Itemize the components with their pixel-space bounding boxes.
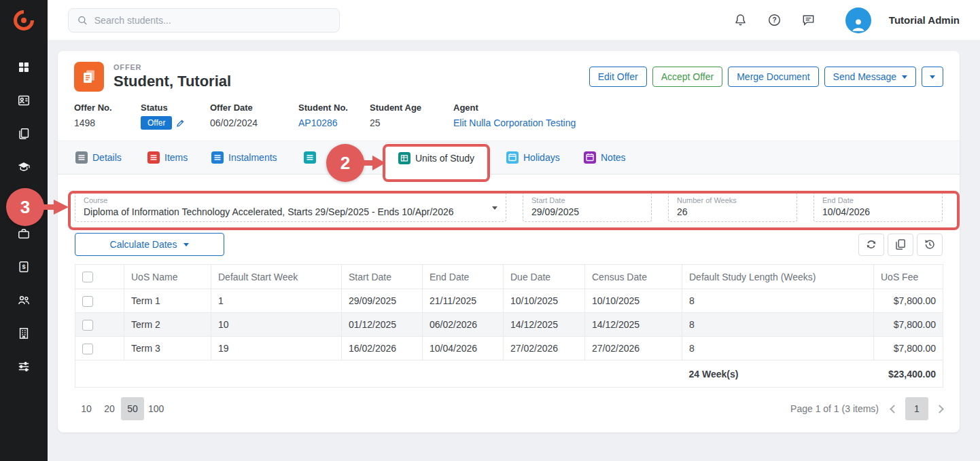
- prev-page-icon[interactable]: [890, 405, 898, 413]
- page-summary: Page 1 of 1 (3 items): [790, 403, 879, 414]
- edit-offer-button[interactable]: Edit Offer: [589, 67, 647, 87]
- offer-titles: OFFER Student, Tutorial: [113, 63, 231, 90]
- cell: Term 1: [124, 289, 211, 313]
- cell: 8: [682, 313, 874, 337]
- course-select[interactable]: Course Diploma of Information Technology…: [75, 192, 506, 222]
- bell-icon: [733, 13, 748, 27]
- cell: 27/02/2026: [585, 337, 682, 361]
- end-date-field[interactable]: End Date 10/04/2026: [813, 192, 943, 222]
- offer-actions: Edit Offer Accept Offer Merge Document S…: [589, 67, 943, 87]
- accept-offer-button[interactable]: Accept Offer: [652, 67, 723, 87]
- briefcase-icon: [17, 227, 31, 240]
- sliders-icon: [17, 360, 31, 373]
- search-box[interactable]: [68, 8, 340, 33]
- table-row[interactable]: Term 1 1 29/09/2025 21/11/2025 10/10/202…: [75, 289, 943, 313]
- start-date-field[interactable]: Start Date 29/09/2025: [523, 192, 652, 222]
- student-no-link[interactable]: AP10286: [298, 117, 370, 128]
- edit-status-icon[interactable]: [176, 119, 185, 128]
- sidebar-item-agents[interactable]: [16, 293, 31, 308]
- chevron-down-icon: [492, 206, 497, 210]
- invoice-icon: $: [17, 260, 31, 274]
- status-badge: Offer: [141, 116, 172, 130]
- tab-holidays[interactable]: Holidays: [506, 141, 565, 174]
- sidebar-item-education[interactable]: [16, 160, 31, 174]
- col-header: End Date: [423, 265, 504, 289]
- notes-icon: [584, 151, 596, 164]
- cell: $7,800.00: [874, 289, 943, 313]
- tab-units-of-study[interactable]: Units of Study: [385, 142, 487, 174]
- sidebar-nav: $: [0, 41, 48, 374]
- number-of-weeks-field[interactable]: Number of Weeks 26: [668, 192, 797, 222]
- dashboard-icon: [17, 60, 31, 74]
- sidebar-item-finance[interactable]: $: [16, 259, 31, 274]
- app-logo[interactable]: [0, 0, 48, 41]
- sidebar-item-contacts[interactable]: [16, 93, 31, 108]
- total-weeks: 24 Week(s): [682, 361, 874, 388]
- user-avatar[interactable]: [845, 7, 871, 33]
- refresh-button[interactable]: [858, 234, 884, 256]
- tab-instalments[interactable]: Instalments: [211, 141, 285, 174]
- topbar: ? Tutorial Admin: [48, 0, 980, 41]
- svg-text:?: ?: [773, 16, 777, 24]
- tab-hidden[interactable]: [304, 141, 366, 174]
- cell: 10/10/2025: [504, 289, 585, 313]
- notifications-button[interactable]: [733, 12, 749, 29]
- row-checkbox[interactable]: [82, 296, 93, 307]
- tab-items[interactable]: Items: [147, 141, 192, 174]
- search-icon: [77, 14, 88, 26]
- col-header: UoS Name: [124, 265, 211, 289]
- search-input[interactable]: [94, 15, 331, 26]
- page-1-button[interactable]: 1: [905, 397, 928, 420]
- calculate-dates-button[interactable]: Calculate Dates: [75, 233, 224, 256]
- table-row[interactable]: Term 2 10 01/12/2025 06/02/2026 14/12/20…: [75, 313, 943, 337]
- row-checkbox[interactable]: [82, 320, 93, 331]
- tab-details[interactable]: Details: [75, 141, 128, 174]
- table-row[interactable]: Term 3 19 16/02/2026 10/04/2026 27/02/20…: [75, 337, 943, 361]
- sidebar-item-settings[interactable]: [16, 359, 31, 374]
- items-icon: [147, 151, 160, 164]
- select-all-checkbox[interactable]: [82, 272, 93, 282]
- page-size-20[interactable]: 20: [98, 397, 121, 420]
- sidebar-item-book[interactable]: [16, 193, 31, 208]
- svg-text:$: $: [22, 263, 25, 270]
- graduation-cap-icon: [17, 160, 31, 174]
- cell: Term 3: [124, 337, 211, 361]
- row-checkbox[interactable]: [82, 344, 93, 354]
- agent-link[interactable]: Elit Nulla Corporation Testing: [453, 117, 576, 128]
- history-button[interactable]: [917, 234, 943, 256]
- chevron-down-icon: [902, 75, 907, 79]
- cell: 19: [211, 337, 342, 361]
- sidebar-item-documents[interactable]: [16, 126, 31, 141]
- cell: Term 2: [124, 313, 211, 337]
- col-header: Census Date: [585, 265, 682, 289]
- more-actions-button[interactable]: [922, 67, 943, 87]
- cell: 01/12/2025: [342, 313, 423, 337]
- copy-button[interactable]: [888, 234, 913, 256]
- next-page-icon[interactable]: [935, 405, 944, 413]
- help-button[interactable]: ?: [767, 12, 783, 29]
- cell: 14/12/2025: [504, 313, 585, 337]
- documents-icon: [17, 127, 31, 141]
- info-offer-no: Offer No. 1498: [74, 103, 141, 130]
- topbar-right: ? Tutorial Admin: [733, 7, 960, 33]
- book-icon: [17, 193, 31, 207]
- sidebar-item-dashboard[interactable]: [16, 60, 31, 75]
- page-size-10[interactable]: 10: [75, 397, 98, 420]
- cell: 27/02/2026: [504, 337, 585, 361]
- send-message-button[interactable]: Send Message: [824, 67, 916, 87]
- col-header: UoS Fee: [874, 265, 943, 289]
- details-icon: [75, 151, 88, 164]
- tab-notes[interactable]: Notes: [584, 141, 630, 174]
- info-offer-date: Offer Date 06/02/2024: [210, 103, 298, 130]
- cell: 21/11/2025: [423, 289, 504, 313]
- merge-document-button[interactable]: Merge Document: [728, 67, 818, 87]
- page-size-50[interactable]: 50: [121, 397, 144, 420]
- units-of-study-table: UoS Name Default Start Week Start Date E…: [75, 264, 943, 388]
- cell: 10/04/2026: [423, 337, 504, 361]
- sidebar-item-campus[interactable]: [16, 326, 31, 341]
- page-size-100[interactable]: 100: [144, 397, 168, 420]
- feedback-button[interactable]: [801, 12, 817, 29]
- sidebar-item-services[interactable]: [16, 226, 31, 241]
- cell: $7,800.00: [874, 337, 943, 361]
- cell: 1: [211, 289, 342, 313]
